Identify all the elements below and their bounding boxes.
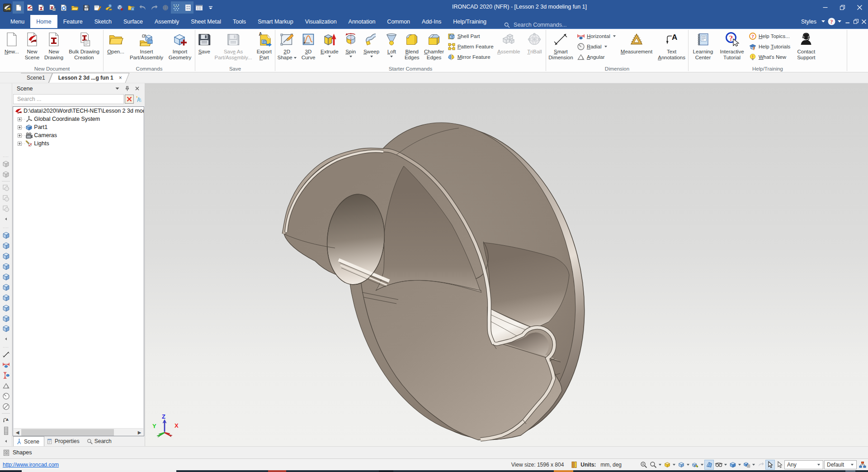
ribbon-new-scene-button[interactable]: NewScene — [22, 30, 42, 66]
selection-filter-combo[interactable]: Any — [784, 460, 823, 469]
render-dropdown-icon[interactable] — [686, 460, 690, 470]
doc-tab-close-icon[interactable]: × — [119, 75, 122, 81]
qat-list-menu-button[interactable] — [193, 1, 205, 14]
redo-camera-icon[interactable] — [756, 460, 765, 470]
qat-customize-chevron-icon[interactable] — [205, 1, 216, 14]
doc-tab-lesson[interactable]: Lesson 2 3d ...g fun 1× — [51, 73, 127, 83]
rail-shape-block-icon[interactable] — [1, 230, 11, 240]
rail-radius-dim-icon[interactable] — [1, 391, 11, 401]
ribbon-triball-button[interactable]: TriBall — [524, 30, 545, 66]
ribbon-loft-button[interactable]: Loft — [382, 30, 401, 66]
shapes-catalog-bar[interactable]: Shapes — [0, 446, 868, 458]
doc-restore-button[interactable] — [852, 15, 860, 28]
menu-tab-common[interactable]: Common — [381, 15, 416, 28]
rail-assembly-gray-2-icon[interactable] — [1, 169, 11, 180]
rail-shape-slab-icon[interactable] — [1, 240, 11, 251]
dropdown-arrow-icon[interactable] — [613, 35, 616, 37]
qat-web-button[interactable] — [160, 1, 171, 14]
rail-sketch-gray-3-icon[interactable] — [1, 204, 11, 214]
rail-ruler-icon[interactable] — [1, 425, 11, 436]
qat-import-button[interactable] — [126, 1, 137, 14]
rail-sketch-gray-1-icon[interactable] — [1, 183, 11, 193]
window-restore-button[interactable] — [834, 0, 851, 15]
qat-insert-part-button[interactable] — [114, 1, 126, 14]
multiview-dropdown-icon[interactable] — [751, 460, 756, 470]
ribbon-new-drawing-button[interactable]: NewDrawing — [42, 30, 66, 66]
help-icon[interactable]: ? — [827, 15, 835, 28]
ribbon-smart-dimension-button[interactable]: SmartDimension — [547, 30, 575, 66]
rail-shape-wedge-icon[interactable] — [1, 261, 11, 272]
tree-expand-icon[interactable] — [18, 117, 22, 121]
ribbon-shell-part-button[interactable]: Shell Part — [446, 31, 495, 41]
ribbon-insert-part-assembly-button[interactable]: InsertPart/Assembly — [127, 30, 165, 66]
rail-vertical-dim-icon[interactable] — [1, 370, 11, 381]
zoom-tools-icon[interactable] — [648, 460, 658, 470]
qat-window-layout-button[interactable] — [182, 1, 193, 14]
zoom-dropdown-icon[interactable] — [658, 460, 662, 470]
menu-tab-sheet-metal[interactable]: Sheet Metal — [185, 15, 227, 28]
ribbon-whats-new-button[interactable]: What's New — [747, 52, 792, 62]
rail-shape-cube2-icon[interactable] — [1, 323, 11, 334]
shaded-mode-icon[interactable] — [704, 460, 714, 470]
qat-open-button[interactable] — [69, 1, 80, 14]
window-minimize-button[interactable] — [816, 0, 834, 15]
ribbon-chamfer-edges-button[interactable]: ChamferEdges — [422, 30, 445, 66]
ribbon-save-as-part-assembly-button[interactable]: Save AsPart/Assembly... — [213, 30, 254, 66]
panel-dropdown-icon[interactable] — [112, 85, 122, 93]
tree-expand-icon[interactable] — [18, 142, 22, 146]
ribbon-text-annotations-button[interactable]: ATextAnnotations — [656, 30, 688, 66]
structure-icon[interactable] — [858, 460, 867, 470]
3d-model-part[interactable] — [145, 83, 868, 445]
panel-close-icon[interactable] — [132, 85, 142, 93]
rail-shape-cyl-icon[interactable] — [1, 282, 11, 292]
ribbon-blend-edges-button[interactable]: BlendEdges — [401, 30, 422, 66]
rail-shape-hole-block-icon[interactable] — [1, 313, 11, 324]
doc-close-button[interactable] — [860, 15, 868, 28]
panel-pin-icon[interactable] — [122, 85, 132, 93]
ribbon-assemble-button[interactable]: Assemble — [496, 30, 521, 66]
dropdown-arrow-icon[interactable] — [390, 56, 393, 57]
rail-angular-dim-icon[interactable] — [1, 381, 11, 391]
config-dropdown-icon[interactable] — [700, 460, 704, 470]
rail-shape-prism-icon[interactable] — [1, 251, 11, 261]
ribbon-extrude-button[interactable]: Extrude — [319, 30, 340, 66]
menu-tab-surface[interactable]: Surface — [118, 15, 149, 28]
ribbon-save-button[interactable]: Save — [196, 30, 213, 66]
menu-tab-visualization[interactable]: Visualization — [299, 15, 343, 28]
dropdown-arrow-icon[interactable] — [349, 56, 352, 57]
units-value[interactable]: mm, deg — [600, 462, 622, 468]
dropdown-arrow-icon[interactable] — [604, 46, 607, 48]
menu-tab-help-training[interactable]: Help/Training — [447, 15, 492, 28]
ribbon-measurement-button[interactable]: Measurement — [618, 30, 656, 66]
rail-horizontal-dim-icon[interactable] — [1, 360, 11, 370]
ribbon-new-button[interactable]: New... — [1, 30, 22, 66]
rail-shape-slot-icon[interactable] — [1, 303, 11, 313]
panel-tab-properties[interactable]: Properties — [44, 436, 84, 446]
tree-item[interactable]: ··Part1 — [13, 123, 144, 131]
qat-bulk-drawing-button[interactable] — [47, 1, 58, 14]
styles-dropdown-icon[interactable] — [819, 15, 827, 28]
tree-item-root[interactable]: D:\data\2020\Word\TECH-NET\Lesson 2 3d m… — [13, 107, 144, 115]
ribbon-learning-center-button[interactable]: LearningCenter — [689, 30, 717, 66]
ribbon-bulk-drawing-creation-button[interactable]: Bulk DrawingCreation — [66, 30, 103, 66]
select-cursor-icon[interactable] — [765, 460, 775, 470]
tree-horizontal-scrollbar[interactable]: ◀ ▶ — [14, 428, 143, 436]
qat-new-document-button[interactable] — [13, 1, 24, 14]
qat-new-from-template-button[interactable] — [58, 1, 69, 14]
styles-button[interactable]: Styles — [801, 19, 816, 25]
rail-grip[interactable]: .... — [3, 154, 9, 158]
ribbon-export-part-button[interactable]: AExportPart — [254, 30, 274, 66]
ribbon-contact-support-button[interactable]: ContactSupport — [792, 30, 820, 66]
doc-minimize-button[interactable] — [844, 15, 852, 28]
scene-search-input[interactable]: Search ... — [13, 94, 124, 104]
qat-new-drawing-button[interactable] — [35, 1, 47, 14]
search-filter-icon[interactable] — [134, 95, 144, 104]
rail-shape-thin-icon[interactable] — [1, 292, 11, 303]
rail-grip[interactable]: .... — [3, 225, 9, 229]
config-icon[interactable] — [690, 460, 700, 470]
ribbon-help-topics-button[interactable]: ?Help Topics... — [747, 31, 792, 41]
zoom-window-icon[interactable] — [639, 460, 648, 470]
ribbon-mirror-feature-button[interactable]: Mirror Feature — [446, 52, 495, 62]
tree-expand-icon[interactable] — [18, 125, 22, 129]
visibility-glasses-icon[interactable] — [714, 460, 723, 470]
